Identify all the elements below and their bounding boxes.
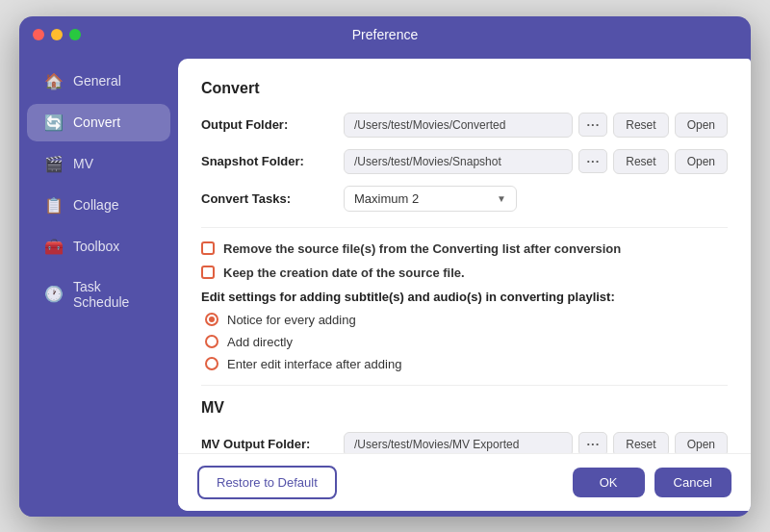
mv-output-folder-reset-button[interactable]: Reset — [613, 432, 668, 453]
sidebar-label-task-schedule: Task Schedule — [73, 279, 153, 310]
home-icon: 🏠 — [44, 72, 64, 90]
snapshot-folder-dots-button[interactable]: ··· — [578, 149, 607, 173]
sidebar-item-convert[interactable]: 🔄 Convert — [27, 104, 170, 141]
output-folder-input[interactable] — [344, 113, 573, 138]
chevron-down-icon: ▼ — [497, 193, 506, 204]
keep-date-checkbox[interactable] — [201, 266, 215, 279]
sidebar-label-convert: Convert — [73, 114, 120, 130]
convert-icon: 🔄 — [44, 114, 64, 132]
scrollable-content[interactable]: Convert Output Folder: ··· Reset Open Sn… — [178, 59, 751, 453]
sidebar-item-toolbox[interactable]: 🧰 Toolbox — [27, 228, 170, 266]
convert-tasks-label: Convert Tasks: — [201, 191, 336, 206]
cancel-button[interactable]: Cancel — [654, 468, 732, 497]
divider-2 — [201, 385, 728, 386]
radio-edit-interface-label: Enter edit interface after adding — [227, 357, 401, 371]
titlebar: Preference — [19, 16, 751, 53]
clock-icon: 🕐 — [44, 285, 64, 303]
checkbox-keep-date-row: Keep the creation date of the source fil… — [201, 266, 728, 280]
sidebar-item-general[interactable]: 🏠 General — [27, 63, 170, 100]
radio-add-directly-row: Add directly — [201, 335, 728, 349]
sidebar-item-task-schedule[interactable]: 🕐 Task Schedule — [27, 269, 170, 319]
radio-edit-interface-row: Enter edit interface after adding — [201, 357, 728, 371]
mv-output-folder-dots-button[interactable]: ··· — [578, 432, 607, 453]
radio-notice-label: Notice for every adding — [227, 313, 356, 327]
radio-add-directly-button[interactable] — [205, 335, 218, 348]
radio-edit-interface-button[interactable] — [205, 357, 218, 370]
traffic-lights — [33, 29, 81, 40]
mv-output-folder-input[interactable] — [344, 432, 573, 453]
mv-icon: 🎬 — [44, 155, 64, 173]
sidebar-label-toolbox: Toolbox — [73, 239, 119, 254]
output-folder-dots-button[interactable]: ··· — [578, 113, 607, 137]
convert-section-title: Convert — [201, 80, 728, 97]
snapshot-folder-input-group: ··· Reset Open — [344, 149, 728, 174]
output-folder-input-group: ··· Reset Open — [344, 113, 728, 138]
sidebar-item-mv[interactable]: 🎬 MV — [27, 145, 170, 183]
mv-output-folder-input-group: ··· Reset Open — [344, 432, 728, 453]
keep-date-label: Keep the creation date of the source fil… — [223, 266, 465, 280]
ok-button[interactable]: OK — [573, 468, 645, 497]
sidebar-label-collage: Collage — [73, 197, 118, 213]
convert-tasks-value: Maximum 2 — [354, 191, 419, 206]
mv-output-folder-row: MV Output Folder: ··· Reset Open — [201, 432, 728, 453]
output-folder-label: Output Folder: — [201, 117, 336, 132]
convert-tasks-select[interactable]: Maximum 2 ▼ — [344, 186, 517, 212]
radio-notice-row: Notice for every adding — [201, 313, 728, 327]
window-title: Preference — [352, 27, 418, 42]
toolbox-icon: 🧰 — [44, 238, 64, 256]
snapshot-folder-reset-button[interactable]: Reset — [613, 149, 668, 174]
output-folder-open-button[interactable]: Open — [675, 113, 728, 138]
close-button[interactable] — [33, 29, 44, 40]
preference-window: Preference 🏠 General 🔄 Convert 🎬 MV 📋 Co… — [19, 16, 751, 517]
radio-notice-button[interactable] — [205, 313, 218, 326]
snapshot-folder-label: Snapshot Folder: — [201, 154, 336, 168]
mv-output-folder-open-button[interactable]: Open — [675, 432, 728, 453]
footer-right-buttons: OK Cancel — [573, 468, 732, 497]
mv-section-title: MV — [201, 399, 728, 417]
sidebar-label-mv: MV — [73, 156, 93, 171]
content-area: 🏠 General 🔄 Convert 🎬 MV 📋 Collage 🧰 Too… — [19, 53, 751, 517]
radio-add-directly-label: Add directly — [227, 335, 293, 349]
sidebar-item-collage[interactable]: 📋 Collage — [27, 187, 170, 224]
sidebar: 🏠 General 🔄 Convert 🎬 MV 📋 Collage 🧰 Too… — [19, 53, 178, 517]
divider-1 — [201, 227, 728, 228]
collage-icon: 📋 — [44, 196, 64, 215]
subtitle-section-title: Edit settings for adding subtitle(s) and… — [201, 290, 728, 304]
maximize-button[interactable] — [69, 29, 81, 40]
remove-source-label: Remove the source file(s) from the Conve… — [223, 241, 621, 256]
convert-tasks-row: Convert Tasks: Maximum 2 ▼ — [201, 186, 728, 212]
sidebar-label-general: General — [73, 73, 121, 89]
restore-default-button[interactable]: Restore to Default — [197, 466, 337, 499]
snapshot-folder-row: Snapshot Folder: ··· Reset Open — [201, 149, 728, 174]
footer: Restore to Default OK Cancel — [178, 453, 751, 511]
minimize-button[interactable] — [51, 29, 63, 40]
checkbox-remove-source-row: Remove the source file(s) from the Conve… — [201, 241, 728, 256]
output-folder-reset-button[interactable]: Reset — [613, 113, 668, 138]
remove-source-checkbox[interactable] — [201, 241, 215, 255]
main-panel: Convert Output Folder: ··· Reset Open Sn… — [178, 59, 751, 511]
output-folder-row: Output Folder: ··· Reset Open — [201, 113, 728, 138]
mv-output-folder-label: MV Output Folder: — [201, 437, 336, 451]
snapshot-folder-open-button[interactable]: Open — [675, 149, 728, 174]
snapshot-folder-input[interactable] — [344, 149, 573, 174]
